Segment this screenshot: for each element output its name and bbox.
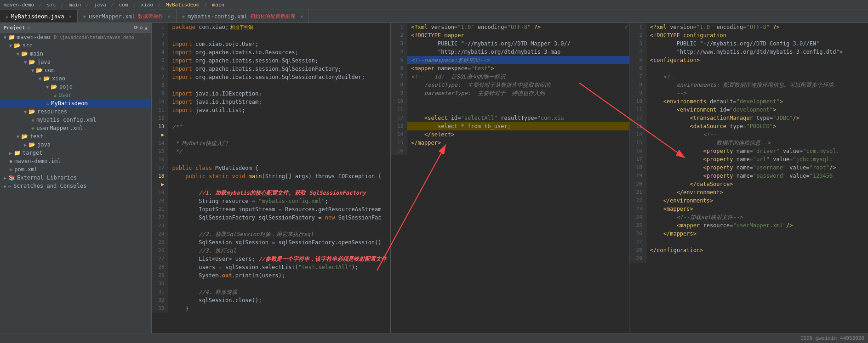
java-file-icon: ☕ [46,100,49,107]
code-line: 12 <transactionManager type="JDBC"/> [629,114,868,122]
code-line: 6 [629,64,868,73]
code-line: 3import com.xiao.pojo.User; [152,40,390,48]
tree-item-pojo[interactable]: ▼ 📂 pojo [0,83,151,91]
tree-item-resources[interactable]: ▼ 📂 resources [0,107,151,116]
main-layout: Project ⊞ ⟳ ⚙ ▲ ▼ 📁 maven-demo D:\javadc… [0,23,868,333]
code-area-1[interactable]: 1package com.xiao;相当于控制 2 3import com.xi… [152,23,390,333]
editors-container: 1package com.xiao;相当于控制 2 3import com.xi… [152,23,868,333]
tree-label: mybatis-config.xml [36,117,96,123]
code-table-3: 1<?xml version="1.0" encoding="UTF-8" ?>… [629,23,868,263]
tree-item-com[interactable]: ▼ 📂 com [0,66,151,74]
code-line: 10 [391,97,629,106]
tab-usermapper[interactable]: ◈ userMapper.xml 数据库操作 ✕ [78,10,177,22]
tree-item-scratches[interactable]: ▶ ✏ Scratches and Consoles [0,182,151,190]
title-breadcrumb: maven-demo / src / main / java / com / x… [4,2,224,8]
title-bar: maven-demo / src / main / java / com / x… [0,0,868,10]
code-line: 21 </environment> [629,188,868,197]
code-line: 19 //1. 加载mybatis的核心配置文件, 获取 SqlSessionF… [152,189,390,197]
chevron-icon: ▼ [4,35,6,40]
folder-icon: 📂 [29,108,35,115]
chevron-icon: ▶ [9,151,12,156]
code-line: 16 [152,156,390,164]
code-line: 19 <property name="password" value="1234… [629,172,868,180]
tree-item-mybatisdeom[interactable]: ☕ MyBatisdeom [0,99,151,107]
tree-item-user[interactable]: ☕ User [0,91,151,99]
code-line: 22 SqlSessionFactory sqlSessionFactory =… [152,214,390,222]
expand-icon: ⊞ [28,25,30,30]
code-line: 6import org.apache.ibatis.session.SqlSes… [152,65,390,73]
tab-badge-db: 数据库操作 [138,13,163,20]
editor-mybatisdeom: 1package com.xiao;相当于控制 2 3import com.xi… [152,23,391,333]
code-line: 1package com.xiao;相当于控制 [152,23,390,32]
code-line: 29 [629,254,868,263]
code-line: 25 SqlSession sqlSession = sqlSessionFac… [152,238,390,247]
sidebar-title: Project [4,25,25,31]
code-line: 4 "http://www.mybatis.org/dtd/mybatis-3-… [629,48,868,56]
tree-item-java-test[interactable]: ▶ 📂 java [0,141,151,149]
code-line: 6<mapper namespace="test"> [391,64,629,73]
code-area-3[interactable]: 1<?xml version="1.0" encoding="UTF-8" ?>… [629,23,868,333]
lib-icon: 📚 [8,174,15,181]
tree-item-external-libraries[interactable]: ▶ 📚 External Libraries [0,174,151,182]
tree-item-usermapper-xml[interactable]: ◈ userMapper.xml [0,124,151,132]
code-line: 7 <!-- [629,73,868,81]
tree-item-main[interactable]: ▼ 📂 main [0,50,151,58]
tree-item-xiao[interactable]: ▼ 📂 xiao [0,74,151,83]
java-file-icon: ☕ [53,92,57,98]
code-line: 23 <mappers> [629,205,868,213]
tab-close-icon[interactable]: ✕ [69,14,72,19]
editor-mybatisconfig: 1<?xml version="1.0" encoding="UTF-8" ?>… [629,23,868,333]
code-line: 31 //4. 释放资源 [152,288,390,296]
folder-icon: 📂 [43,75,50,82]
tree-item-maven-demo[interactable]: ▼ 📁 maven-demo D:\javadcode\heima\maven-… [0,33,151,41]
chevron-icon: ▼ [31,68,34,73]
java-icon: ☕ [6,14,8,19]
code-line: 26 //3. 执行sql [152,247,390,255]
code-line: 8 [152,81,390,90]
code-line: 15 数据库的连接信息--> [629,139,868,147]
status-text: CSDN @weixin_44953928 [800,335,864,341]
code-line: 3 PUBLIC "-//mybatis.org//DTD Mapper 3.0… [391,39,629,48]
tree-label: maven-demo.iml [14,158,61,164]
folder-icon: 📁 [8,34,15,40]
tree-item-pom-xml[interactable]: ◈ pom.xml [0,165,151,174]
code-area-2[interactable]: 1<?xml version="1.0" encoding="UTF-8" ?>… [391,23,629,333]
tree-item-java[interactable]: ▼ 📂 java [0,58,151,66]
code-line: 11import java.util.List; [152,106,390,114]
gear-icon[interactable]: ⚙ [140,25,143,31]
path-label: D:\javadcode\heima\maven-demo [54,35,134,40]
tab-close-icon[interactable]: ✕ [168,14,171,19]
xml-icon: ◈ [182,14,185,19]
folder-icon: 📂 [21,133,28,140]
code-line: 28</configuration> [629,246,868,254]
tree-item-mvn-iml[interactable]: ▪ maven-demo.iml [0,157,151,165]
code-line: 32 sqlSession.close(); [152,296,390,304]
tree-label: src [23,42,33,49]
chevron-up-icon[interactable]: ▲ [144,25,148,31]
code-line: 29 System.out.println(users); [152,271,390,280]
code-line: 5<configuration> [629,56,868,64]
tree-item-target[interactable]: ▶ 📁 target [0,149,151,157]
tab-mybatisdeom[interactable]: ☕ MyBatisdeom.java ✕ [0,10,78,22]
scratches-icon: ✏ [8,183,11,189]
tree-item-test[interactable]: ▼ 📂 test [0,132,151,141]
tree-item-src[interactable]: ▼ 📂 src [0,41,151,50]
tab-badge-config: 初始化的配置数据库 [250,13,296,20]
sync-icon[interactable]: ⟳ [134,25,138,31]
folder-icon: 📂 [14,42,21,49]
code-line: 10import java.io.InputStream; [152,98,390,106]
code-line: 23 [152,222,390,230]
code-line: 8 environments: 配置数据库连接环境信息。可以配置多个环境 [629,81,868,89]
code-line: 12 <select id="selectAll" resultType="co… [391,114,629,122]
code-line: 7import org.apache.ibatis.session.SqlSes… [152,73,390,81]
code-line: 14 * MyBatis快速入门 [152,139,390,147]
tab-close-icon[interactable]: ✕ [300,14,303,19]
code-line: 18 <property name="username" value="root… [629,163,868,172]
tab-label: mybatis-config.xml [188,13,247,20]
tree-item-mybatis-config-xml[interactable]: ◈ mybatis-config.xml [0,116,151,124]
sidebar-header-icons: ⟳ ⚙ ▲ [134,25,148,31]
code-line: 26 </mappers> [629,230,868,238]
code-line: 15 */ [152,147,390,156]
tab-mybatisconfig[interactable]: ◈ mybatis-config.xml 初始化的配置数据库 ✕ [177,10,309,22]
folder-icon: 📂 [36,67,43,73]
